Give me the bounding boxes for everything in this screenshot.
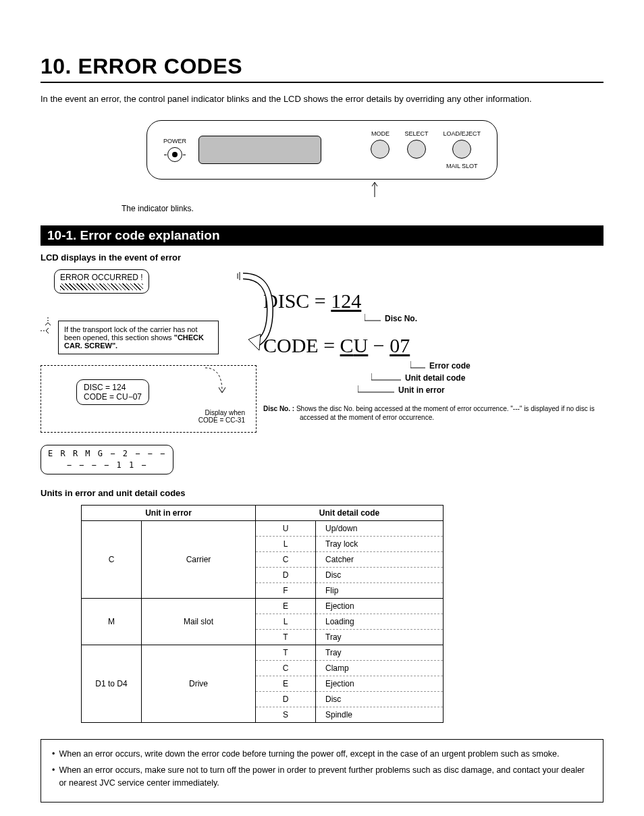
lcd-code-line: CODE = CU−07 [84,392,142,402]
big-code-err: 07 [390,334,410,356]
lcd-disc-line: DISC = 124 [84,383,142,392]
mode-button-col: MODE [371,130,390,169]
table-row: CCarrierUUp/down [82,520,444,536]
table-heading: Units in error and unit detail codes [41,488,603,498]
note-1-text: When an error occurs, write down the err… [59,748,559,761]
detail-code-cell: L [256,614,316,629]
detail-name-cell: Ejection [316,598,444,614]
lcd-error-text: ERROR OCCURRED ! [60,273,143,282]
detail-name-cell: Ejection [316,676,444,691]
unit-code-cell: C [82,520,142,598]
load-eject-button[interactable] [452,140,471,159]
diagram-right: DISC = 124 Disc No. CODE = CU − 07 Error… [263,269,603,474]
table-row: MMail slotEEjection [82,598,444,614]
load-eject-label: LOAD/EJECT [443,130,481,137]
detail-code-cell: C [256,551,316,567]
title-underline [41,82,603,83]
detail-code-cell: L [256,536,316,551]
annot-unit-detail-text: Unit detail code [405,373,465,383]
diagram-row: ERROR OCCURRED ! [41,269,603,474]
lcd-disc-code: DISC = 124 CODE = CU−07 [76,379,149,405]
annot-unit-error: Unit in error [358,385,603,395]
power-indicator-icon [167,147,182,162]
info-box-bold: "CHECK CAR. SCREW". [64,333,204,350]
button-group: MODE SELECT LOAD/EJECT MAIL SLOT [371,130,481,169]
detail-name-cell: Clamp [316,660,444,676]
svg-marker-1 [248,334,261,350]
lcd-subheading: LCD displays in the event of error [41,252,603,263]
page: 10. ERROR CODES In the event an error, t… [0,0,644,816]
unit-code-cell: M [82,598,142,645]
control-panel-figure: POWER MODE SELECT [41,120,603,180]
select-label-bottom [404,163,428,169]
detail-name-cell: Disc [316,567,444,582]
detail-code-cell: D [256,567,316,582]
dashed-arrow-icon [202,364,229,398]
power-block: POWER [163,138,186,162]
unit-code-cell: D1 to D4 [82,645,142,722]
big-code-detail: U [354,334,369,356]
unit-name-cell: Mail slot [142,598,256,645]
annot-error-code-text: Error code [429,361,471,371]
note-2-text: When an error occurs, make sure not to t… [59,764,592,790]
section-heading: 10-1. Error code explanation [41,225,603,246]
detail-name-cell: Up/down [316,520,444,536]
detail-code-cell: E [256,598,316,614]
notes-box: • When an error occurs, write down the e… [41,739,603,803]
detail-name-cell: Disc [316,691,444,707]
detail-code-cell: U [256,520,316,536]
select-label: SELECT [404,130,428,137]
annot-unit-detail: Unit detail code [371,373,603,383]
mode-label: MODE [371,130,390,137]
code-annotations: Error code Unit detail code Unit in erro… [263,361,603,395]
detail-code-cell: F [256,582,316,598]
annot-disc-no: Disc No. [365,314,603,323]
chapter-title: 10. ERROR CODES [41,54,603,79]
th-unit-in-error: Unit in error [82,505,256,520]
err-line1: E R R M G − 2 − − − [48,448,166,460]
unit-detail-table: Unit in error Unit detail code CCarrierU… [81,505,444,723]
detail-name-cell: Loading [316,614,444,629]
hatch-pattern [60,283,143,290]
control-panel: POWER MODE SELECT [146,120,498,180]
detail-name-cell: Tray lock [316,536,444,551]
annot-error-code: Error code [410,361,603,371]
note-1: • When an error occurs, write down the e… [52,748,592,761]
big-code-unit: C [340,334,354,356]
big-disc-line: DISC = 124 [263,290,603,312]
detail-name-cell: Tray [316,629,444,645]
detail-name-cell: Spindle [316,707,444,722]
mode-button[interactable] [371,140,390,159]
info-pointer-icon [41,317,55,344]
display-note: Display when CODE = CC-31 [49,409,245,424]
detail-code-cell: T [256,629,316,645]
footnote-label: Disc No. : [263,405,294,412]
footnote-text: Shows the disc No. being accessed at the… [296,405,595,421]
detail-name-cell: Catcher [316,551,444,567]
diagram-left: ERROR OCCURRED ! [41,269,257,474]
info-box-text: If the transport lock of the carrier has… [64,325,204,350]
indicator-caption: The indicator blinks. [122,204,603,213]
lcd-err-mg: E R R M G − 2 − − − − − − − 1 1 − [41,445,173,474]
lcd-error-occurred: ERROR OCCURRED ! [54,269,149,294]
detail-code-cell: E [256,676,316,691]
mail-slot-label: MAIL SLOT [443,163,481,169]
display-note-2: CODE = CC-31 [198,416,245,424]
dashed-frame: DISC = 124 CODE = CU−07 Display when COD… [41,365,257,433]
indicator-arrow-icon [145,182,603,200]
big-code-dash: − [368,334,390,356]
big-disc-val: 124 [331,290,361,312]
select-button-col: SELECT [404,130,428,169]
bullet-icon: • [52,764,55,790]
big-code-line: CODE = CU − 07 [263,334,603,357]
info-box: If the transport lock of the carrier has… [58,321,219,354]
detail-name-cell: Flip [316,582,444,598]
mode-label-bottom [371,163,390,169]
load-eject-button-col: LOAD/EJECT MAIL SLOT [443,130,481,169]
err-line2: − − − − 1 1 − [48,460,166,471]
select-button[interactable] [407,140,426,159]
note-2: • When an error occurs, make sure not to… [52,764,592,790]
display-note-1: Display when [205,409,245,416]
unit-name-cell: Carrier [142,520,256,598]
disc-no-footnote: Disc No. : Shows the disc No. being acce… [263,404,603,422]
